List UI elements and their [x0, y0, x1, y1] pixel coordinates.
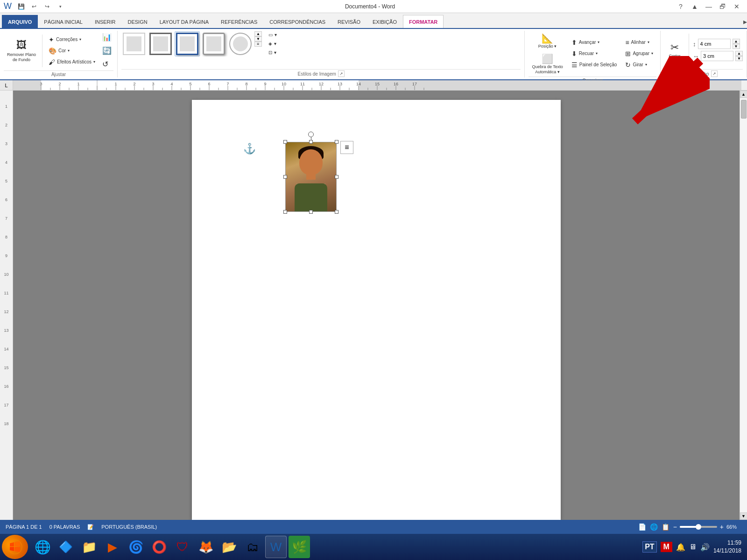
restore-button[interactable]: 🗗	[716, 2, 729, 11]
scroll-down-button[interactable]: ▼	[740, 512, 747, 520]
width-spin-down[interactable]: ▼	[735, 56, 743, 61]
view-normal-icon[interactable]: 📄	[638, 523, 646, 531]
tray-pt-icon[interactable]: PT	[642, 541, 656, 553]
zoom-in-button[interactable]: +	[720, 523, 724, 531]
tray-volume-icon[interactable]: 🔊	[700, 543, 710, 552]
agrupar-button[interactable]: ⊞ Agrupar ▾	[622, 49, 656, 59]
height-input[interactable]: 4 cm	[698, 39, 731, 49]
ruler-tick	[0, 167, 13, 176]
painel-button[interactable]: ☰ Painel de Seleção	[568, 60, 620, 70]
taskbar-opera-icon[interactable]: ⭕	[148, 536, 170, 558]
help-button[interactable]: ?	[674, 2, 687, 11]
tab-design[interactable]: DESIGN	[122, 15, 154, 28]
quick-undo-button[interactable]: ↩	[28, 2, 40, 11]
tamanho-expand-button[interactable]: ↗	[711, 70, 718, 77]
estilo-1-button[interactable]	[121, 31, 147, 56]
vertical-scrollbar[interactable]: ▲ ▼	[740, 91, 747, 520]
estilos-scroll-up[interactable]: ▲	[254, 31, 262, 36]
tray-notification-icon[interactable]: 🔔	[676, 543, 685, 552]
width-spin-up[interactable]: ▲	[735, 51, 743, 56]
tab-pagina-inicial[interactable]: PÁGINA INICIAL	[38, 15, 89, 28]
taskbar-explorer-icon[interactable]: 📂	[218, 536, 240, 558]
tab-layout-pagina[interactable]: LAYOUT DA PÁGINA	[154, 15, 215, 28]
borda-imagem-button[interactable]: ▭ ▾	[265, 31, 280, 39]
taskbar-bluetooth-icon[interactable]: 🔷	[55, 536, 77, 558]
height-spin-up[interactable]: ▲	[733, 39, 740, 44]
taskbar-media-icon[interactable]: ▶	[102, 536, 123, 558]
height-spin-down[interactable]: ▼	[733, 44, 740, 49]
tab-arquivo[interactable]: ARQUIVO	[2, 15, 38, 28]
handle-bottom-left[interactable]	[283, 210, 287, 214]
taskbar-word-icon[interactable]: W	[265, 536, 287, 558]
taskbar-chrome-icon[interactable]: 🌀	[125, 536, 147, 558]
taskbar-ie-icon[interactable]: 🌐	[32, 536, 53, 558]
taskbar-antivirus-icon[interactable]: 🛡	[172, 536, 193, 558]
document-area[interactable]: ⚓	[13, 91, 740, 520]
tab-formatar[interactable]: FORMATAR	[403, 15, 444, 28]
handle-bottom-middle[interactable]	[309, 210, 313, 214]
quick-redo-button[interactable]: ↪	[42, 2, 53, 11]
layout-options-icon[interactable]: ≡	[340, 141, 353, 154]
scroll-up-button[interactable]: ▲	[740, 91, 747, 98]
taskbar-folder-icon[interactable]: 📁	[78, 536, 100, 558]
tray-network-icon[interactable]: 🖥	[689, 543, 697, 551]
alinhar-button[interactable]: ≡ Alinhar ▾	[622, 37, 656, 48]
selected-image-container[interactable]: ⚓	[285, 142, 337, 212]
cor-button[interactable]: 🎨 Cor ▾	[45, 46, 99, 56]
cortar-button[interactable]: ✂ Cortar	[664, 40, 685, 60]
start-button[interactable]	[2, 535, 28, 559]
taskbar-files-icon[interactable]: 🗂	[242, 536, 263, 558]
tab-revisao[interactable]: REVISÃO	[331, 15, 366, 28]
quick-dropdown-button[interactable]: ▾	[55, 2, 66, 11]
reset-button[interactable]: ↺	[100, 58, 113, 70]
efeitos-button[interactable]: 🖌 Efeitos Artísticos ▾	[45, 57, 99, 67]
estilo-5-button[interactable]	[228, 31, 253, 56]
layout-imagem-button[interactable]: ⊡ ▾	[265, 49, 280, 56]
zoom-slider[interactable]	[680, 526, 717, 528]
tab-correspondencias[interactable]: CORRESPONDÊNCIAS	[263, 15, 331, 28]
estilo-2-button[interactable]	[148, 31, 173, 56]
quebra-button[interactable]: ⬜ Quebra de TextoAutomática ▾	[529, 51, 566, 77]
correcoes-button[interactable]: ✦ Correções ▾	[45, 35, 99, 45]
estilos-expand-button[interactable]: ↗	[338, 70, 345, 77]
ribbon-toggle-button[interactable]: ▲	[688, 2, 701, 11]
zoom-out-button[interactable]: −	[673, 523, 677, 531]
taskbar-greenapp-icon[interactable]: 🌿	[289, 536, 310, 558]
zoom-slider-thumb[interactable]	[696, 524, 701, 530]
change-pic-button[interactable]: 🔄	[100, 44, 113, 57]
remove-bg-button[interactable]: 🖼 Remover Planode Fundo	[4, 37, 39, 64]
quick-save-button[interactable]: 💾	[15, 2, 27, 11]
girar-button[interactable]: ↻ Girar ▾	[622, 60, 656, 70]
view-web-icon[interactable]: 🌐	[650, 523, 658, 531]
handle-top-left[interactable]	[283, 140, 287, 144]
handle-middle-left[interactable]	[283, 175, 287, 179]
tab-exibicao[interactable]: EXIBIÇÃO	[366, 15, 403, 28]
handle-top-middle[interactable]	[309, 140, 313, 144]
estilos-scroll-down[interactable]: ▼	[254, 36, 262, 42]
handle-top-right[interactable]	[335, 140, 338, 144]
estilo-3-button[interactable]	[175, 31, 200, 56]
handle-bottom-right[interactable]	[335, 210, 338, 214]
avancar-button[interactable]: ⬆ Avançar ▾	[568, 37, 620, 48]
width-input[interactable]: 3 cm	[701, 51, 733, 61]
scroll-track[interactable]	[740, 98, 747, 512]
rotate-handle[interactable]	[308, 132, 314, 137]
scroll-thumb[interactable]	[741, 100, 747, 119]
estilos-more[interactable]: ≡	[254, 42, 262, 47]
tab-referencias[interactable]: REFERÊNCIAS	[215, 15, 263, 28]
efeitos-imagem-button[interactable]: ◈ ▾	[265, 40, 280, 48]
view-print-icon[interactable]: 📋	[662, 523, 669, 531]
close-button[interactable]: ✕	[730, 2, 743, 11]
minimize-button[interactable]: —	[702, 2, 715, 11]
estilo-4-button[interactable]	[201, 31, 226, 56]
recuar-button[interactable]: ⬇ Recuar ▾	[568, 49, 620, 59]
alinhar-icon: ≡	[625, 39, 629, 46]
ribbon-expand-icon[interactable]: ▸	[743, 17, 747, 26]
posicao-button[interactable]: 📐 Posição ▾	[529, 31, 566, 50]
taskbar-firefox-icon[interactable]: 🦊	[195, 536, 217, 558]
tray-email-icon[interactable]: M	[661, 542, 672, 552]
handle-middle-right[interactable]	[335, 175, 338, 179]
compress-button[interactable]: 📊	[100, 31, 113, 43]
system-clock[interactable]: 11:59 14/11/2018	[713, 539, 741, 555]
tab-inserir[interactable]: INSERIR	[89, 15, 122, 28]
